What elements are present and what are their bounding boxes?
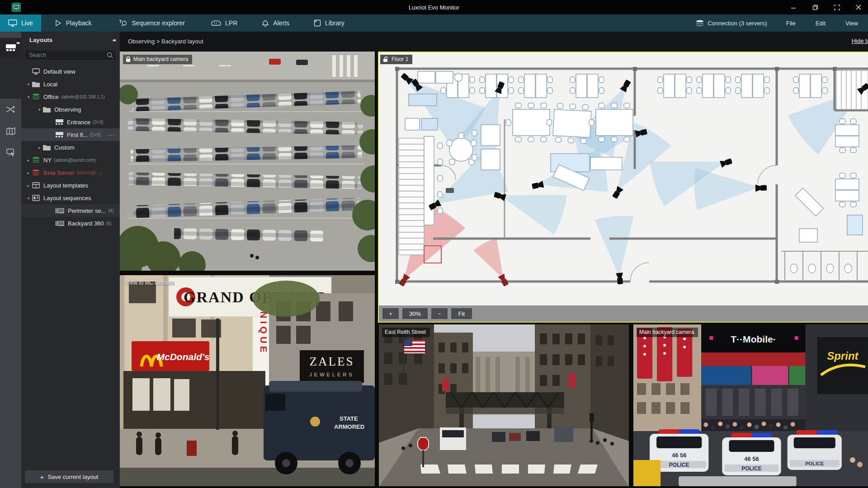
monitor-icon — [32, 68, 40, 75]
restore-button[interactable] — [809, 2, 821, 13]
tree-label: NY — [43, 157, 52, 164]
tree-sublabel: (4) — [108, 208, 114, 213]
tree-item-layout-templates[interactable]: ▸ Layout templates — [21, 179, 120, 192]
tree-item-custom[interactable]: ▸ Custom — [21, 141, 120, 154]
chevron-down-icon[interactable]: ▾ — [25, 196, 32, 201]
tree-label: Custom — [54, 144, 75, 151]
police-car-label: POLICE — [669, 462, 689, 468]
camera-tile-mcdonalds[interactable]: View to MC Donalds GRAND OPENING UNIQUE … — [120, 275, 375, 486]
tab-label: Library — [325, 19, 344, 27]
tab-alerts[interactable]: Alerts — [254, 14, 297, 32]
expand-panel-icon[interactable]: ▸▸ — [17, 40, 19, 46]
police-car-number: 46 56 — [744, 455, 759, 462]
panel-title: Layouts — [29, 37, 52, 43]
tree-sublabel: (1+5) — [90, 132, 101, 137]
search-input[interactable] — [25, 50, 116, 61]
chevron-right-icon[interactable]: ▸ — [36, 145, 43, 150]
rail-item-screen-share[interactable] — [0, 142, 21, 164]
police-car-label: POLICE — [741, 465, 762, 472]
hide-labels-link[interactable]: Hide labels — [852, 38, 868, 44]
camera-tile-parking[interactable]: Main backyard camera — [120, 52, 375, 271]
server-stack-icon — [32, 157, 40, 163]
tree-label: Layout sequences — [43, 195, 91, 202]
server-stack-icon-offline — [32, 169, 40, 176]
breadcrumb[interactable]: Observing > Backyard layout — [120, 38, 203, 45]
menu-view[interactable]: View — [835, 20, 868, 27]
camera-label: East Reith Street — [385, 329, 426, 335]
map-tile-floor1[interactable]: Floor 1 — [378, 52, 868, 323]
truck-text-line1: STATE — [340, 415, 358, 422]
tab-playback[interactable]: Playback — [47, 14, 100, 32]
sequence-search-icon — [119, 19, 128, 27]
camera-label-chip: View to MC Donalds — [123, 278, 179, 288]
tab-lpr[interactable]: LPR — [203, 14, 245, 32]
tree-item-entrance-layout[interactable]: Entrance (3×3) — [21, 116, 120, 128]
camera-tile-square[interactable]: Main backyard camera T··Mobile· Sprint — [633, 324, 868, 486]
police-car-label: POLICE — [805, 461, 824, 466]
tree-item-layout-sequences[interactable]: ▾ Layout sequences — [21, 192, 120, 204]
connection-status[interactable]: Connection (3 servers) — [687, 20, 776, 27]
menu-file[interactable]: File — [776, 20, 806, 27]
collapse-panel-icon[interactable]: ◂◂ — [112, 37, 114, 43]
license-plate-icon — [211, 20, 221, 26]
menu-edit[interactable]: Edit — [806, 20, 835, 27]
tree-label: Local — [43, 81, 57, 88]
chevron-right-icon[interactable]: ▸ — [25, 170, 32, 175]
rail-item-maps[interactable] — [0, 120, 21, 142]
chevron-down-icon[interactable]: ▾ — [25, 82, 32, 87]
row-menu-icon[interactable]: ··· — [108, 131, 115, 138]
mcdonalds-street-scene: GRAND OPENING UNIQUE McDonald's ZALES JE… — [120, 275, 375, 486]
tree-item-beta-server[interactable]: ▸ Beta Server (admin@l...) — [21, 166, 120, 179]
title-bar: Luxriot Evo Monitor — [0, 0, 868, 14]
chevron-down-icon[interactable]: ▾ — [36, 107, 43, 112]
camera-label-chip: Main backyard camera — [637, 328, 698, 337]
chevron-right-icon[interactable]: ▸ — [25, 158, 32, 163]
server-stack-icon — [32, 94, 40, 100]
window-title: Luxriot Evo Monitor — [0, 4, 868, 11]
camera-label: View to MC Donalds — [126, 280, 175, 286]
tree-sublabel: (6) — [106, 221, 112, 226]
tree-item-default-view[interactable]: Default view — [21, 65, 120, 78]
tree-item-observing[interactable]: ▾ Observing — [21, 103, 120, 116]
camera-label-chip: Main backyard camera — [123, 55, 192, 64]
layout-grid-icon — [56, 119, 63, 125]
tree-label: Entrance — [67, 119, 90, 126]
chevron-down-icon[interactable]: ▾ — [25, 94, 32, 99]
tree-sublabel: (3×3) — [93, 120, 104, 125]
map-zoom-toolbar: + 30% − Fit — [379, 305, 868, 322]
camera-label: Main backyard camera — [133, 56, 188, 62]
sequence-item-icon — [56, 221, 64, 226]
tree-item-perimeter-sequence[interactable]: Perimeter se... (4) — [21, 204, 120, 217]
tree-label: Office — [43, 94, 59, 100]
tab-library[interactable]: Library — [306, 14, 353, 32]
save-current-layout-button[interactable]: + Save current layout — [25, 470, 113, 483]
zales-sign-text: ZALES — [310, 355, 354, 368]
floor-plan-drawing — [379, 52, 868, 305]
tree-item-ny-server[interactable]: ▸ NY (admin@luxriot.com) — [21, 154, 120, 166]
folder-icon — [32, 81, 40, 87]
left-icon-rail: ▸▸ — [0, 32, 21, 488]
tree-item-backyard-sequence[interactable]: Backyard 360 (6) — [21, 217, 120, 230]
tree-sublabel: (admin@192.168.1.1) — [61, 94, 105, 99]
tab-label: Sequence explorer — [132, 19, 185, 27]
tab-sequence-explorer[interactable]: Sequence explorer — [111, 14, 193, 32]
close-button[interactable] — [853, 2, 864, 13]
library-icon — [314, 19, 321, 27]
camera-tile-east-reith[interactable]: East Reith Street — [379, 324, 629, 486]
zoom-out-button[interactable]: − — [431, 308, 448, 319]
street-canyon-scene — [379, 324, 629, 486]
tab-label: LPR — [225, 19, 237, 27]
tree-item-local[interactable]: ▾ Local — [21, 78, 120, 90]
monitor-pointer-icon — [6, 149, 15, 157]
fullscreen-button[interactable] — [831, 2, 843, 13]
tab-live[interactable]: Live — [0, 14, 41, 32]
shuffle-icon — [6, 105, 16, 113]
minimize-button[interactable] — [788, 2, 799, 13]
zoom-in-button[interactable]: + — [382, 308, 399, 319]
zoom-fit-button[interactable]: Fit — [451, 308, 472, 319]
tree-item-office-server[interactable]: ▾ Office (admin@192.168.1.1) — [21, 90, 120, 103]
tree-item-first-floor-layout[interactable]: First fl... (1+5) ··· — [21, 128, 120, 141]
chevron-right-icon[interactable]: ▸ — [25, 183, 32, 188]
rail-item-sequences[interactable] — [0, 99, 21, 120]
zoom-level-indicator[interactable]: 30% — [402, 308, 428, 319]
